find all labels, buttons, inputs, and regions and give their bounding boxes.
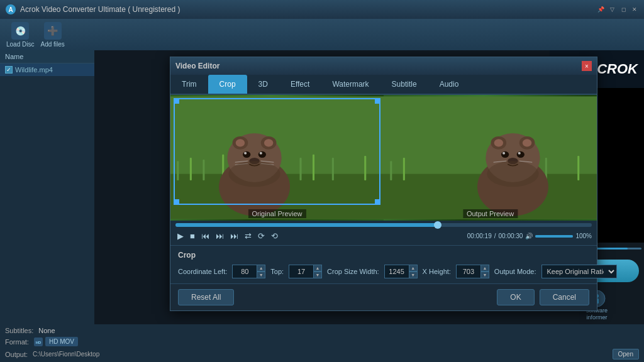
output-path: C:\Users\Fionn\Desktop bbox=[33, 351, 607, 358]
ok-button[interactable]: OK bbox=[497, 289, 534, 305]
time-total: 00:00:30 bbox=[498, 233, 523, 239]
crop-size-label: Crop Size Width: bbox=[327, 268, 379, 275]
output-mode-label: Output Mode: bbox=[494, 268, 536, 275]
width-group: ▲ ▼ bbox=[384, 265, 418, 278]
list-item[interactable]: ✓ Wildlife.mp4 bbox=[0, 63, 94, 76]
playback-bar: ▶ ■ ⏮ ⏭ ⏭ ⇄ ⟳ ⟲ 00:00:19 / 00:00:30 bbox=[170, 221, 597, 245]
svg-point-41 bbox=[501, 151, 509, 158]
width-spinners: ▲ ▼ bbox=[409, 265, 418, 278]
stop-button[interactable]: ■ bbox=[188, 231, 197, 241]
modal-footer: Reset All OK Cancel bbox=[170, 283, 597, 310]
end-button[interactable]: ⏭ bbox=[228, 231, 240, 241]
output-preview: Output Preview bbox=[384, 95, 597, 221]
width-up[interactable]: ▲ bbox=[409, 265, 418, 272]
crop-corner-tr[interactable] bbox=[375, 99, 380, 104]
modal-close-button[interactable]: × bbox=[582, 61, 592, 71]
volume-slider[interactable] bbox=[535, 235, 573, 238]
svg-rect-31 bbox=[403, 158, 405, 180]
width-down[interactable]: ▼ bbox=[409, 272, 418, 278]
coord-left-down[interactable]: ▼ bbox=[257, 272, 265, 278]
file-checkbox[interactable]: ✓ bbox=[5, 66, 13, 74]
subtitles-value: None bbox=[38, 327, 55, 334]
crop-corner-bl[interactable] bbox=[174, 199, 179, 204]
coord-left-up[interactable]: ▲ bbox=[257, 265, 265, 272]
modal-title: Video Editor bbox=[175, 62, 219, 70]
app-title: Acrok Video Converter Ultimate ( Unregis… bbox=[20, 5, 596, 14]
subtitles-row: Subtitles: None bbox=[5, 327, 639, 334]
load-disc-button[interactable]: 💿 Load Disc bbox=[6, 22, 34, 48]
original-preview: Original Preview bbox=[170, 95, 384, 221]
coord-left-group: ▲ ▼ bbox=[232, 265, 265, 278]
reset-all-button[interactable]: Reset All bbox=[178, 289, 234, 305]
progress-track[interactable] bbox=[175, 223, 592, 227]
format-value: HD MOV bbox=[45, 337, 78, 346]
next-frame-button[interactable]: ⏭ bbox=[214, 231, 226, 241]
open-button[interactable]: Open bbox=[613, 349, 639, 359]
close-btn[interactable]: ✕ bbox=[630, 5, 639, 14]
prev-frame-button[interactable]: ⏮ bbox=[199, 231, 211, 241]
video-editor-modal: Video Editor × Trim Crop 3D Effect Water… bbox=[170, 57, 597, 311]
file-list-empty bbox=[0, 76, 94, 324]
tab-crop[interactable]: Crop bbox=[208, 75, 247, 94]
svg-point-48 bbox=[487, 161, 538, 187]
cancel-button[interactable]: Cancel bbox=[540, 289, 589, 305]
rewind-10-button[interactable]: ⟳ bbox=[256, 231, 267, 241]
progress-thumb[interactable] bbox=[434, 221, 441, 229]
coord-top-up[interactable]: ▲ bbox=[313, 265, 322, 272]
minimize-btn[interactable]: ▽ bbox=[608, 5, 616, 14]
x-height-label: X Height: bbox=[423, 268, 451, 275]
file-list-header: Name bbox=[0, 50, 94, 63]
output-mode-select[interactable]: Keep Original Ratio Letter Box Pan & Sca… bbox=[541, 265, 617, 278]
tab-3d[interactable]: 3D bbox=[247, 75, 279, 94]
crop-corner-br[interactable] bbox=[375, 199, 380, 204]
coord-top-down[interactable]: ▼ bbox=[313, 272, 322, 278]
add-files-button[interactable]: ➕ Add files bbox=[40, 22, 64, 48]
left-panel: Name ✓ Wildlife.mp4 bbox=[0, 50, 94, 324]
tab-bar: Trim Crop 3D Effect Watermark Subtitle A… bbox=[170, 75, 597, 95]
tab-audio[interactable]: Audio bbox=[428, 75, 470, 94]
format-row: Format: HD HD MOV bbox=[5, 337, 639, 346]
tab-watermark[interactable]: Watermark bbox=[321, 75, 380, 94]
height-down[interactable]: ▼ bbox=[480, 272, 489, 278]
coord-top-input[interactable] bbox=[289, 265, 314, 278]
svg-rect-34 bbox=[577, 156, 579, 180]
output-preview-label: Output Preview bbox=[463, 209, 518, 218]
coord-left-spinners: ▲ ▼ bbox=[257, 265, 265, 278]
tab-subtitle[interactable]: Subtitle bbox=[380, 75, 428, 94]
output-row: Output: C:\Users\Fionn\Desktop Open bbox=[5, 349, 639, 359]
svg-point-42 bbox=[517, 151, 525, 158]
disc-icon: 💿 bbox=[11, 22, 29, 40]
top-label: Top: bbox=[270, 268, 284, 275]
svg-rect-30 bbox=[390, 161, 392, 180]
coord-top-spinners: ▲ ▼ bbox=[313, 265, 322, 278]
tab-trim[interactable]: Trim bbox=[170, 75, 208, 94]
loop-button[interactable]: ⇄ bbox=[243, 231, 253, 241]
original-video-frame bbox=[170, 95, 384, 221]
format-icon: HD bbox=[34, 337, 43, 346]
title-bar: A Acrok Video Converter Ultimate ( Unreg… bbox=[0, 0, 644, 19]
forward-10-button[interactable]: ⟲ bbox=[269, 231, 280, 241]
time-display: 00:00:19 / 00:00:30 🔊 100% bbox=[467, 233, 592, 239]
coord-left-input[interactable] bbox=[232, 265, 257, 278]
play-button[interactable]: ▶ bbox=[175, 231, 186, 241]
height-group: ▲ ▼ bbox=[456, 265, 489, 278]
volume-pct: 100% bbox=[575, 233, 592, 239]
original-preview-label: Original Preview bbox=[248, 209, 306, 218]
content-area: Name ✓ Wildlife.mp4 Video Editor × bbox=[0, 50, 644, 324]
progress-fill bbox=[175, 223, 438, 227]
pin-btn[interactable]: 📌 bbox=[596, 5, 605, 14]
time-current: 00:00:19 bbox=[467, 233, 492, 239]
restore-btn[interactable]: ◻ bbox=[619, 5, 628, 14]
height-up[interactable]: ▲ bbox=[480, 265, 489, 272]
svg-point-43 bbox=[502, 152, 505, 155]
volume-icon[interactable]: 🔊 bbox=[525, 233, 533, 239]
app-window: A Acrok Video Converter Ultimate ( Unreg… bbox=[0, 0, 644, 362]
right-volume-slider[interactable] bbox=[594, 248, 641, 250]
width-input[interactable] bbox=[384, 265, 409, 278]
tab-effect[interactable]: Effect bbox=[279, 75, 321, 94]
app-icon: A bbox=[5, 4, 16, 15]
crop-corner-tl[interactable] bbox=[174, 99, 179, 104]
playback-controls: ▶ ■ ⏮ ⏭ ⏭ ⇄ ⟳ ⟲ 00:00:19 / 00:00:30 bbox=[175, 229, 592, 243]
height-input[interactable] bbox=[456, 265, 481, 278]
add-files-icon: ➕ bbox=[44, 22, 62, 40]
